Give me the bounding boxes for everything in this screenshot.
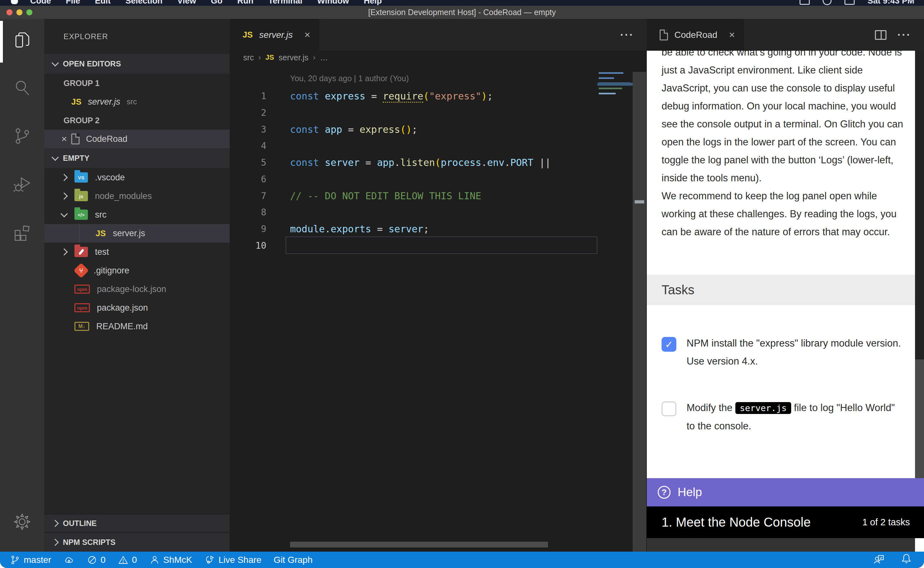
status-item-cloud-upload[interactable] [63,554,74,565]
task-checkbox[interactable]: ✓ [662,337,676,352]
menu-terminal[interactable]: Terminal [268,0,302,6]
breadcrumb-item[interactable]: src [243,53,254,62]
menu-edit[interactable]: Edit [95,0,111,6]
task-item: ✓NPM install the "express" library modul… [662,334,905,370]
status-item-live-share[interactable]: Live Share [204,554,261,565]
menu-view[interactable]: View [178,0,196,6]
tree-item-package-json[interactable]: npmpackage.json [44,298,230,317]
tab-label: server.js [259,30,293,40]
tree-item-node-modules[interactable]: jsnode_modules [44,187,230,205]
tree-item-package-lock-json[interactable]: npmpackage-lock.json [44,280,230,298]
live-share-icon [204,554,215,565]
npm-scripts-section-header[interactable]: NPM SCRIPTS [44,532,230,551]
minimap[interactable] [597,72,633,155]
status-item-0[interactable]: 0 [87,554,106,565]
help-button[interactable]: ? Help [647,478,924,506]
sidebar-item-extensions[interactable] [0,217,44,249]
minimap-line [599,77,614,79]
gitlens-annotation[interactable]: You, 20 days ago | 1 author (You) [290,74,409,83]
menubar-status-icon[interactable] [799,0,810,5]
close-editor-icon[interactable]: × [57,133,71,144]
tab-label: CodeRoad [674,30,717,40]
traffic-lights [6,6,32,19]
open-editor-item[interactable]: JSserver.jssrc [44,92,230,111]
editor-tab-bar: JS server.js × ··· [230,19,647,51]
menu-selection[interactable]: Selection [125,0,163,6]
line-number: 1 [230,91,266,101]
sidebar-item-run-debug[interactable] [0,168,44,200]
menu-file[interactable]: File [66,0,80,6]
indent-guide [79,224,80,243]
status-item-shmck[interactable]: ShMcK [149,554,192,565]
menubar-status-icon[interactable] [823,0,832,5]
open-editors-list: GROUP 1JSserver.jssrcGROUP 2×CodeRoad [44,74,230,148]
split-editor-icon[interactable] [875,30,886,40]
status-item-git-graph[interactable]: Git Graph [274,555,312,565]
menu-window[interactable]: Window [317,0,349,6]
tree-item--vscode[interactable]: VS.vscode [44,168,230,187]
notifications-bell-icon[interactable] [900,553,912,567]
zoom-window-button[interactable] [26,9,32,15]
panel-more-actions-icon[interactable]: ··· [897,29,911,41]
feedback-icon[interactable] [873,553,885,567]
code-editor[interactable]: You, 20 days ago | 1 author (You) 1const… [230,64,647,551]
code-line: 1const express = require("express"); [230,88,647,104]
menubar-status-icon[interactable] [844,0,855,5]
close-window-button[interactable] [6,9,12,15]
minimize-window-button[interactable] [17,9,23,15]
editor-scrollbar[interactable] [633,72,646,551]
close-tab-icon[interactable]: × [729,29,735,41]
chevron-down-icon [52,59,59,67]
panel-bottom-strip [647,538,915,551]
open-editors-header[interactable]: OPEN EDITORS [44,54,230,74]
code-line: 6 [230,171,647,187]
minimap-line [599,88,622,89]
task-checkbox[interactable] [662,402,676,416]
panel-scrollbar-thumb[interactable] [915,51,924,360]
sidebar-item-explorer[interactable] [0,25,44,57]
status-item-master[interactable]: master [10,554,51,565]
test-folder-icon [74,247,88,257]
group-label: GROUP 1 [44,79,99,88]
scrollbar-marker [635,200,644,204]
sidebar-item-search[interactable] [0,72,44,104]
folder-section-header[interactable]: EMPTY [44,148,230,168]
tree-item-readme-md[interactable]: M↓README.md [44,317,230,336]
breadcrumb-separator: › [258,53,261,62]
tab-server-js[interactable]: JS server.js × [230,19,319,51]
apple-logo-icon[interactable] [11,0,18,4]
close-tab-icon[interactable]: × [304,29,311,41]
open-editor-item[interactable]: ×CodeRoad [44,130,230,148]
sidebar-item-source-control[interactable] [0,120,44,152]
npm-scripts-label: NPM SCRIPTS [63,538,116,547]
status-item-0[interactable]: 0 [118,554,137,565]
lesson-bar[interactable]: 1. Meet the Node Console 1 of 2 tasks [647,506,924,538]
tree-item-label: server.js [113,228,145,239]
tree-item--gitignore[interactable]: ⑂.gitignore [44,261,230,280]
outline-section-header[interactable]: OUTLINE [44,514,230,532]
code-line: 7// -- DO NOT EDIT BELOW THIS LINE [230,187,647,204]
breadcrumb-item[interactable]: server.js [279,53,308,62]
menu-code[interactable]: Code [30,0,51,6]
menu-run[interactable]: Run [237,0,253,6]
run-debug-icon [12,174,32,194]
menubar-clock[interactable]: Sat 9:43 PM [868,0,914,6]
menu-help[interactable]: Help [364,0,382,6]
breadcrumb-item[interactable]: … [320,53,328,62]
tree-item-server-js[interactable]: JSserver.js [44,224,230,243]
code-line: 8 [230,204,647,221]
task-item: Modify the server.js file to log "Hello … [662,399,905,435]
settings-gear-icon[interactable] [0,506,44,538]
open-editors-group: GROUP 1 [44,74,230,92]
extensions-icon [12,224,32,243]
horizontal-scrollbar[interactable] [290,542,548,547]
editor-more-actions-icon[interactable]: ··· [620,29,634,41]
tree-item-test[interactable]: test [44,243,230,261]
tab-coderoad[interactable]: CodeRoad × [647,19,744,51]
markdown-icon: M↓ [74,322,89,331]
menu-go[interactable]: Go [211,0,222,6]
window-titlebar[interactable]: [Extension Development Host] - CodeRoad … [0,6,924,19]
chevron-right-icon [52,538,59,546]
tree-item-src[interactable]: </>src [44,205,230,224]
minimap-slider[interactable] [597,83,633,86]
